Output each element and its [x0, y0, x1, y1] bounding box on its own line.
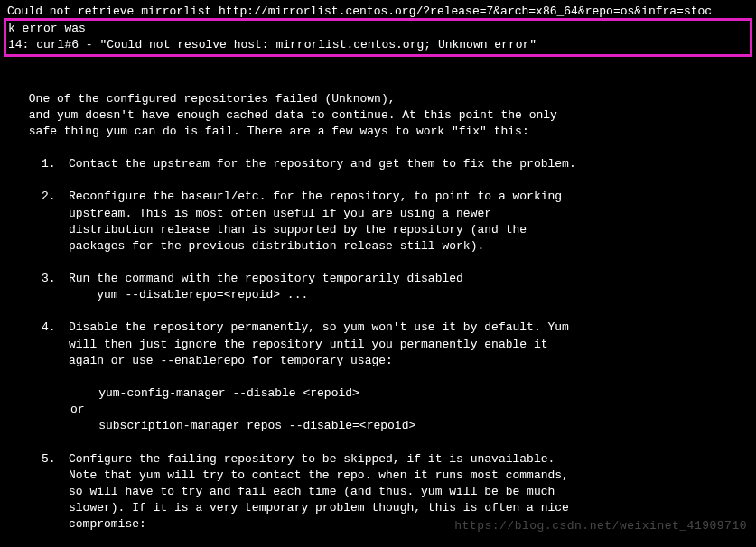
suggestion-4-cmd-2: subscription-manager repos --disable=<re… — [7, 418, 749, 434]
suggestion-4-text: again or use --enablerepo for temporary … — [69, 353, 749, 369]
suggestion-5-text: slower). If it is a very temporary probl… — [69, 500, 749, 516]
list-number: 3. — [42, 271, 69, 303]
error-line-2: k error was — [8, 21, 748, 37]
terminal-output: Could not retrieve mirrorlist http://mir… — [7, 4, 749, 547]
suggestion-3-text: Run the command with the repository temp… — [69, 271, 749, 287]
suggestion-4-cmd-1: yum-config-manager --disable <repoid> — [7, 385, 749, 402]
suggestion-5: 5. Configure the failing repository to b… — [7, 451, 749, 533]
suggestion-4-text: will then just ignore the repository unt… — [69, 337, 749, 353]
suggestion-5-text: compromise: — [69, 516, 749, 533]
intro-line-3: safe thing yum can do is fail. There are… — [7, 124, 749, 140]
suggestion-4-or: or — [7, 402, 749, 418]
intro-line-1: One of the configured repositories faile… — [7, 91, 749, 107]
suggestion-2-text: packages for the previous distribution r… — [69, 238, 749, 255]
list-number: 4. — [42, 320, 69, 369]
suggestion-1: 1. Contact the upstream for the reposito… — [7, 156, 749, 172]
error-line-3: 14: curl#6 - "Could not resolve host: mi… — [8, 37, 748, 53]
highlighted-error-box: k error was 14: curl#6 - "Could not reso… — [4, 18, 752, 56]
suggestion-2-text: Reconfigure the baseurl/etc. for the rep… — [69, 189, 749, 205]
intro-line-2: and yum doesn't have enough cached data … — [7, 107, 749, 124]
suggestion-2-text: upstream. This is most often useful if y… — [69, 206, 749, 222]
suggestion-5-text: so will have to try and fail each time (… — [69, 484, 749, 500]
list-number: 2. — [42, 189, 69, 255]
suggestion-4: 4. Disable the repository permanently, s… — [7, 320, 749, 369]
list-number: 5. — [42, 451, 69, 533]
suggestion-2: 2. Reconfigure the baseurl/etc. for the … — [7, 189, 749, 255]
suggestion-1-text: Contact the upstream for the repository … — [69, 156, 749, 172]
suggestion-5-text: Note that yum will try to contact the re… — [69, 468, 749, 484]
list-number: 1. — [42, 156, 69, 172]
suggestion-4-text: Disable the repository permanently, so y… — [69, 320, 749, 336]
suggestion-2-text: distribution release than is supported b… — [69, 222, 749, 238]
suggestion-3: 3. Run the command with the repository t… — [7, 271, 749, 303]
suggestion-3-cmd: yum --disablerepo=<repoid> ... — [69, 287, 749, 303]
suggestion-5-text: Configure the failing repository to be s… — [69, 451, 749, 468]
